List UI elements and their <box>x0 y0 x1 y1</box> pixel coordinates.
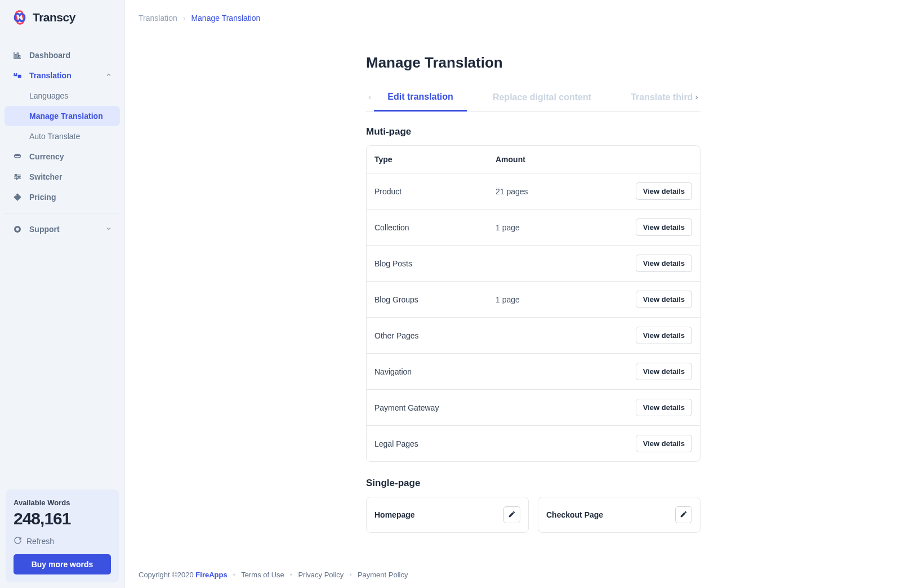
row-type: Blog Groups <box>374 295 496 304</box>
footer-fireapps-link[interactable]: FireApps <box>195 571 227 579</box>
nav-label: Translation <box>29 71 72 80</box>
view-details-button[interactable]: View details <box>636 327 692 344</box>
chevron-down-icon <box>105 225 112 234</box>
view-details-button[interactable]: View details <box>636 182 692 200</box>
table-row: Navigation View details <box>367 354 700 390</box>
table-row: Other Pages View details <box>367 318 700 354</box>
row-amount: 21 pages <box>496 187 619 196</box>
footer-copyright: Copyright ©2020 FireApps <box>139 571 228 579</box>
nav-label: Switcher <box>29 172 62 181</box>
logo-icon <box>11 9 28 26</box>
breadcrumb: Translation › Manage Translation <box>139 0 887 28</box>
svg-rect-2 <box>19 56 20 57</box>
row-type: Legal Pages <box>374 439 496 448</box>
dot-separator: • <box>290 571 293 579</box>
single-card-homepage: Homepage <box>366 497 529 533</box>
lifebuoy-icon <box>12 225 23 234</box>
nav-sub-label: Auto Translate <box>29 132 80 141</box>
refresh-button[interactable]: Refresh <box>14 536 111 546</box>
table-row: Collection 1 page View details <box>367 210 700 246</box>
content: Manage Translation Edit translation Repl… <box>366 28 901 533</box>
tab-replace-digital-content[interactable]: Replace digital content <box>479 86 605 110</box>
svg-rect-1 <box>17 53 18 57</box>
nav-translation[interactable]: A Translation <box>5 65 120 86</box>
footer-terms-link[interactable]: Terms of Use <box>241 571 284 579</box>
row-type: Collection <box>374 223 496 232</box>
pencil-icon <box>508 510 516 520</box>
divider <box>5 213 120 213</box>
row-type: Blog Posts <box>374 259 496 268</box>
nav-label: Support <box>29 225 60 234</box>
breadcrumb-item[interactable]: Translation <box>139 14 177 23</box>
nav-sub-manage-translation[interactable]: Manage Translation <box>5 106 120 126</box>
refresh-label: Refresh <box>26 537 54 546</box>
pencil-icon <box>680 510 688 520</box>
nav-currency[interactable]: Currency <box>5 146 120 167</box>
row-type: Product <box>374 187 496 196</box>
buy-more-words-button[interactable]: Buy more words <box>14 554 111 574</box>
nav-dashboard[interactable]: Dashboard <box>5 45 120 65</box>
tab-edit-translation[interactable]: Edit translation <box>374 85 466 112</box>
single-page-heading: Single-page <box>366 478 901 489</box>
svg-point-12 <box>16 178 17 180</box>
tab-bar: Edit translation Replace digital content… <box>366 85 701 112</box>
view-details-button[interactable]: View details <box>636 219 692 236</box>
main: Translation › Manage Translation Manage … <box>125 0 901 588</box>
row-amount: 1 page <box>496 223 619 232</box>
chevron-right-icon: › <box>183 14 186 23</box>
col-type: Type <box>374 155 496 164</box>
row-amount: 1 page <box>496 295 619 304</box>
edit-button[interactable] <box>675 506 692 523</box>
logo[interactable]: Transcy <box>0 7 124 37</box>
nav-switcher[interactable]: Switcher <box>5 167 120 187</box>
view-details-button[interactable]: View details <box>636 399 692 416</box>
single-card-label: Checkout Page <box>546 510 603 519</box>
single-card-label: Homepage <box>374 510 415 519</box>
multi-page-table: Type Amount Product 21 pages View detail… <box>366 145 701 462</box>
svg-rect-0 <box>15 55 16 57</box>
view-details-button[interactable]: View details <box>636 363 692 380</box>
row-type: Other Pages <box>374 331 496 340</box>
view-details-button[interactable]: View details <box>636 255 692 272</box>
tab-translate-third-party[interactable]: Translate third-party <box>617 86 692 110</box>
refresh-icon <box>14 536 22 546</box>
nav-label: Dashboard <box>29 51 70 60</box>
footer-payment-link[interactable]: Payment Policy <box>358 571 408 579</box>
multi-page-heading: Muti-page <box>366 126 901 137</box>
svg-point-11 <box>18 176 20 178</box>
view-details-button[interactable]: View details <box>636 435 692 452</box>
dot-separator: • <box>349 571 352 579</box>
tabs-scroll-right[interactable] <box>693 93 701 103</box>
breadcrumb-item-active[interactable]: Manage Translation <box>191 14 260 23</box>
row-type: Payment Gateway <box>374 403 496 412</box>
tag-icon <box>12 193 23 202</box>
sliders-icon <box>12 172 23 181</box>
available-words-card: Available Words 248,161 Refresh Buy more… <box>6 489 119 582</box>
view-details-button[interactable]: View details <box>636 291 692 308</box>
nav-sub-auto-translate[interactable]: Auto Translate <box>5 126 120 146</box>
nav-label: Currency <box>29 152 64 161</box>
nav-sub-label: Languages <box>29 91 68 100</box>
nav-sub-languages[interactable]: Languages <box>5 86 120 106</box>
svg-rect-4 <box>18 75 21 78</box>
nav-support[interactable]: Support <box>5 219 120 239</box>
words-title: Available Words <box>14 498 111 507</box>
nav-pricing[interactable]: Pricing <box>5 187 120 207</box>
single-page-row: Homepage Checkout Page <box>366 497 701 533</box>
table-row: Blog Groups 1 page View details <box>367 282 700 318</box>
edit-button[interactable] <box>503 506 520 523</box>
svg-point-10 <box>15 174 17 176</box>
nav-label: Pricing <box>29 193 56 202</box>
chart-icon <box>12 51 23 60</box>
language-icon: A <box>12 71 23 80</box>
svg-point-6 <box>15 154 21 156</box>
table-row: Product 21 pages View details <box>367 173 700 210</box>
tabs-scroll-left[interactable] <box>366 93 374 103</box>
words-count: 248,161 <box>14 509 111 528</box>
logo-text: Transcy <box>33 11 75 24</box>
coins-icon <box>12 152 23 161</box>
page-title: Manage Translation <box>366 54 901 72</box>
footer-privacy-link[interactable]: Privacy Policy <box>298 571 344 579</box>
table-row: Payment Gateway View details <box>367 390 700 426</box>
footer: Copyright ©2020 FireApps • Terms of Use … <box>139 562 887 588</box>
